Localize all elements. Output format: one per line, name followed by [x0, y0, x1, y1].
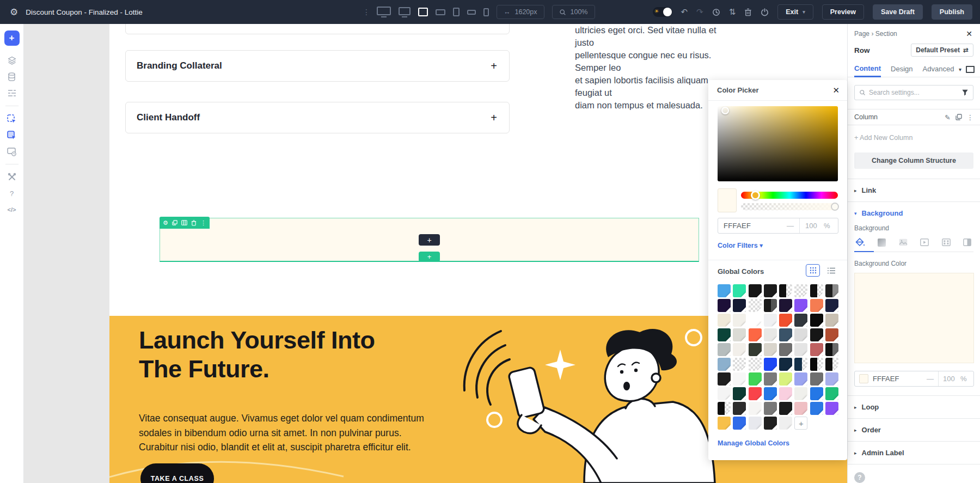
global-color-swatch[interactable]	[764, 314, 777, 327]
exit-button[interactable]: Exit ▾	[777, 4, 813, 20]
global-color-swatch[interactable]	[764, 402, 777, 415]
hue-slider[interactable]	[741, 192, 838, 199]
navigator-icon[interactable]: ⇅	[729, 7, 736, 17]
power-icon[interactable]	[761, 8, 769, 16]
list-view-toggle[interactable]	[824, 264, 838, 277]
global-color-swatch[interactable]	[779, 328, 792, 341]
global-color-swatch[interactable]	[718, 328, 731, 341]
add-new-column-button[interactable]: + Add New Column	[848, 125, 980, 142]
panel-close-icon[interactable]: ✕	[966, 29, 972, 38]
alpha-input[interactable]: 100	[800, 222, 824, 230]
background-hex-input[interactable]: FFFAEF	[873, 375, 927, 383]
tab-advanced[interactable]: Advanced	[923, 61, 954, 77]
background-color-swatch[interactable]	[854, 273, 974, 363]
menu-list-icon[interactable]	[0, 85, 24, 101]
device-widescreen-button[interactable]	[377, 7, 391, 17]
select-section-icon[interactable]	[0, 127, 24, 143]
change-column-structure-button[interactable]: Change Column Structure	[854, 152, 973, 169]
global-color-swatch[interactable]	[810, 328, 823, 341]
exit-caret-icon[interactable]: ▾	[803, 9, 805, 15]
global-color-swatch[interactable]	[718, 343, 731, 356]
layers-icon[interactable]	[0, 52, 24, 69]
global-color-swatch[interactable]	[810, 284, 823, 297]
section-background[interactable]: ▾ Background	[848, 201, 980, 224]
database-icon[interactable]	[0, 69, 24, 85]
global-color-swatch[interactable]	[825, 387, 838, 400]
global-color-swatch[interactable]	[733, 358, 746, 371]
global-color-swatch[interactable]	[764, 343, 777, 356]
global-color-swatch[interactable]	[810, 314, 823, 327]
layout-history-icon[interactable]	[0, 143, 24, 160]
global-color-swatch[interactable]	[749, 328, 762, 341]
device-mobile-landscape-button[interactable]	[467, 10, 476, 15]
global-color-swatch[interactable]	[733, 402, 746, 415]
device-mobile-button[interactable]	[483, 8, 489, 16]
hue-slider-thumb[interactable]	[751, 191, 760, 200]
help-icon[interactable]: ?	[0, 185, 24, 201]
edit-pencil-icon[interactable]: ✎	[945, 113, 950, 121]
global-color-swatch[interactable]	[810, 372, 823, 386]
device-tablet-landscape-button[interactable]	[436, 9, 445, 15]
global-color-swatch[interactable]	[794, 314, 807, 327]
trash-icon[interactable]	[744, 8, 752, 16]
global-color-swatch[interactable]	[779, 314, 792, 327]
global-color-swatch[interactable]	[749, 372, 762, 386]
global-color-swatch[interactable]	[749, 402, 762, 415]
global-color-swatch[interactable]	[779, 299, 792, 312]
default-preset-button[interactable]: Default Preset ⇄	[911, 44, 973, 57]
hero-cta-button[interactable]: TAKE A CLASS	[140, 463, 214, 483]
alpha-slider[interactable]	[741, 203, 838, 210]
global-color-swatch[interactable]	[718, 299, 731, 312]
hex-input[interactable]: FFFAEF	[718, 222, 787, 230]
global-color-swatch[interactable]	[794, 372, 807, 386]
accordion-item[interactable]: Client Handoff +	[125, 102, 510, 133]
global-color-swatch[interactable]	[718, 284, 731, 297]
page-paragraph[interactable]: ultricies eget orci. Sed vitae nulla et …	[575, 24, 716, 112]
global-color-swatch[interactable]	[764, 328, 777, 341]
panel-help-icon[interactable]: ?	[854, 472, 865, 483]
global-color-swatch[interactable]	[794, 402, 807, 415]
global-color-swatch[interactable]	[825, 284, 838, 297]
theme-toggle[interactable]: ☀	[653, 7, 672, 17]
device-tablet-button[interactable]	[453, 8, 460, 16]
breadcrumb-current[interactable]: Section	[875, 30, 897, 38]
global-color-swatch[interactable]	[733, 328, 746, 341]
color-picker-close-icon[interactable]: ✕	[832, 85, 840, 95]
global-color-swatch[interactable]	[825, 343, 838, 356]
global-color-swatch[interactable]	[718, 387, 731, 400]
section-link[interactable]: ▸ Link	[848, 179, 980, 201]
code-icon[interactable]: </>	[0, 201, 24, 218]
preview-button[interactable]: Preview	[822, 4, 864, 20]
global-color-swatch[interactable]	[764, 299, 777, 312]
grid-view-toggle[interactable]	[806, 264, 820, 277]
accordion-expand-icon[interactable]: +	[491, 60, 497, 72]
hero-heading[interactable]: Launch Yourself Into The Future.	[139, 326, 375, 383]
select-widget-icon[interactable]	[0, 111, 24, 127]
global-color-swatch[interactable]	[810, 343, 823, 356]
global-color-swatch[interactable]	[718, 358, 731, 371]
saturation-area[interactable]	[718, 106, 838, 181]
tabs-caret-icon[interactable]: ▾	[959, 66, 961, 72]
global-color-swatch[interactable]	[749, 284, 762, 297]
global-color-swatch[interactable]	[718, 372, 731, 386]
section-settings-gear-icon[interactable]: ⚙	[163, 220, 168, 226]
tab-content[interactable]: Content	[854, 61, 881, 77]
background-slideshow-icon[interactable]	[940, 237, 952, 247]
manage-global-colors-link[interactable]: Manage Global Colors	[718, 439, 789, 447]
zoom-input[interactable]: 100%	[552, 5, 595, 19]
save-draft-button[interactable]: Save Draft	[873, 4, 923, 20]
background-classic-bucket-icon[interactable]	[854, 237, 866, 247]
global-color-swatch[interactable]	[810, 402, 823, 415]
global-color-swatch[interactable]	[733, 387, 746, 400]
accordion-item[interactable]: Branding Collateral +	[125, 50, 510, 82]
global-color-swatch[interactable]	[825, 402, 838, 415]
section-loop[interactable]: ▸Loop	[848, 395, 980, 418]
global-color-swatch[interactable]	[764, 358, 777, 371]
global-color-swatch[interactable]	[794, 387, 807, 400]
add-widget-button[interactable]: +	[419, 234, 440, 246]
global-color-swatch[interactable]	[718, 314, 731, 327]
box-model-icon[interactable]	[966, 66, 975, 73]
history-icon[interactable]	[712, 8, 720, 16]
section-columns-icon[interactable]	[181, 220, 187, 225]
global-color-swatch[interactable]	[749, 387, 762, 400]
